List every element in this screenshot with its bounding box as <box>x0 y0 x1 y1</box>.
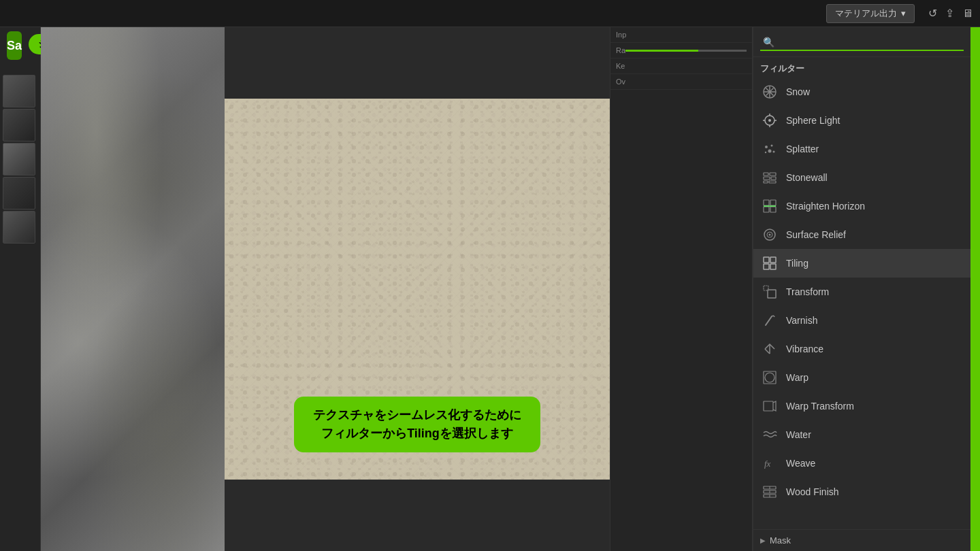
svg-rect-18 <box>764 177 770 180</box>
props-row-input: Inp <box>610 27 752 43</box>
green-edge-bar <box>970 27 980 551</box>
filter-label-warp-transform: Warp Transform <box>786 401 854 412</box>
filter-item-sphere-light[interactable]: Sphere Light <box>753 106 970 135</box>
filter-section-header: フィルター <box>753 57 970 78</box>
search-section: 🔍 <box>753 27 970 57</box>
filter-item-varnish[interactable]: Varnish <box>753 306 970 335</box>
filter-label-sphere-light: Sphere Light <box>786 115 840 126</box>
filter-icon-straighten-horizon <box>760 197 779 216</box>
share-icon[interactable]: ⇪ <box>945 7 954 20</box>
svg-rect-33 <box>770 264 776 269</box>
filter-label-tiling: Tiling <box>786 258 808 269</box>
svg-point-29 <box>769 234 771 236</box>
top-bar: マテリアル出力 ▾ ↺ ⇪ 🖥 <box>0 0 980 27</box>
filter-icon-transform <box>760 282 779 301</box>
mask-label: Mask <box>770 535 791 546</box>
svg-point-14 <box>773 151 775 153</box>
filter-item-snow[interactable]: Snow <box>753 78 970 106</box>
filter-icon-surface-relief <box>760 225 779 244</box>
svg-rect-16 <box>764 173 768 176</box>
svg-rect-17 <box>770 173 776 176</box>
app-header: Sa シームレス化 <box>0 27 40 71</box>
svg-rect-31 <box>770 257 776 263</box>
filter-label-snow: Snow <box>786 86 810 97</box>
filter-icon-tiling <box>760 254 779 273</box>
refresh-icon[interactable]: ↺ <box>928 7 937 20</box>
svg-line-36 <box>766 316 772 325</box>
top-bar-icons: ↺ ⇪ 🖥 <box>928 7 973 20</box>
filter-item-tiling[interactable]: Tiling <box>753 249 970 278</box>
filter-item-warp-transform[interactable]: Warp Transform <box>753 392 970 420</box>
filter-item-vibrance[interactable]: Vibrance <box>753 335 970 363</box>
props-ov-label: Ov <box>616 78 625 86</box>
monitor-icon[interactable]: 🖥 <box>962 7 973 20</box>
filter-icon-vibrance <box>760 339 779 358</box>
svg-rect-22 <box>764 200 769 205</box>
svg-point-13 <box>768 150 772 153</box>
svg-rect-20 <box>764 181 768 183</box>
filter-item-splatter[interactable]: Splatter <box>753 135 970 163</box>
tooltip-line2: フィルターからTilingを選択します <box>321 427 513 440</box>
properties-panel: Inp Ra Ke Ov <box>610 27 753 551</box>
app-logo: Sa <box>7 31 22 60</box>
filter-icon-sphere-light <box>760 111 779 130</box>
filter-item-straighten-horizon[interactable]: Straighten Horizon <box>753 192 970 220</box>
layer-thumb-5[interactable] <box>3 211 35 244</box>
svg-rect-23 <box>770 200 776 205</box>
right-filter-panel: 🔍 フィルター SnowSphere LightSplatterStonewal… <box>753 27 970 551</box>
layer-thumb-4[interactable] <box>3 177 35 210</box>
canvas-wrapper: テクスチャをシームレス化するために フィルターからTilingを選択します <box>225 27 610 551</box>
filter-item-warp[interactable]: Warp <box>753 363 970 392</box>
filter-icon-varnish <box>760 311 779 330</box>
filter-label-warp: Warp <box>786 372 808 383</box>
filter-list: SnowSphere LightSplatterStonewallStraigh… <box>753 78 970 529</box>
filter-item-surface-relief[interactable]: Surface Relief <box>753 220 970 249</box>
props-key-label: Ke <box>616 62 625 70</box>
svg-rect-25 <box>770 207 776 212</box>
props-row-ov: Ov <box>610 74 752 90</box>
filter-icon-stonewall <box>760 168 779 187</box>
filter-icon-warp-transform <box>760 397 779 416</box>
filter-icon-wood-finish <box>760 482 779 501</box>
filter-item-weave[interactable]: fxWeave <box>753 449 970 478</box>
props-input-label: Inp <box>616 31 626 39</box>
layer-thumbnails <box>0 71 40 248</box>
layer-thumb-1[interactable] <box>3 75 35 107</box>
svg-rect-24 <box>764 207 769 212</box>
filter-label-transform: Transform <box>786 286 829 297</box>
filter-icon-snow <box>760 82 779 101</box>
left-texture-area <box>41 27 225 551</box>
filter-icon-splatter <box>760 139 779 158</box>
tooltip-box: テクスチャをシームレス化するために フィルターからTilingを選択します <box>294 397 540 452</box>
mid-row: テクスチャをシームレス化するために フィルターからTilingを選択します In… <box>41 27 980 551</box>
filter-item-water[interactable]: Water <box>753 420 970 449</box>
svg-rect-21 <box>769 181 776 183</box>
left-texture-preview <box>41 27 225 551</box>
props-random-slider[interactable] <box>625 50 747 52</box>
filter-icon-warp <box>760 368 779 387</box>
filter-item-stonewall[interactable]: Stonewall <box>753 163 970 192</box>
props-row-random: Ra <box>610 43 752 59</box>
filter-icon-weave: fx <box>760 454 779 473</box>
filter-label-surface-relief: Surface Relief <box>786 229 846 240</box>
props-random-label: Ra <box>616 46 625 54</box>
svg-rect-19 <box>771 177 776 180</box>
filter-item-wood-finish[interactable]: Wood Finish <box>753 478 970 506</box>
mask-section[interactable]: ▶ Mask <box>753 529 970 551</box>
layer-thumb-3[interactable] <box>3 143 35 176</box>
svg-rect-37 <box>764 371 776 384</box>
tooltip-line1: テクスチャをシームレス化するために <box>313 408 521 422</box>
filter-label-stonewall: Stonewall <box>786 172 828 183</box>
filter-label-splatter: Splatter <box>786 144 819 154</box>
svg-rect-30 <box>764 257 769 263</box>
filter-label-wood-finish: Wood Finish <box>786 486 839 497</box>
filter-label-varnish: Varnish <box>786 315 817 326</box>
search-input[interactable] <box>760 33 964 51</box>
svg-point-11 <box>765 146 768 148</box>
filter-item-transform[interactable]: Transform <box>753 278 970 306</box>
svg-rect-35 <box>768 290 776 298</box>
filter-icon-water <box>760 425 779 444</box>
layer-thumb-2[interactable] <box>3 109 35 141</box>
props-random-slider-fill <box>625 50 698 52</box>
material-output-button[interactable]: マテリアル出力 ▾ <box>826 4 915 23</box>
